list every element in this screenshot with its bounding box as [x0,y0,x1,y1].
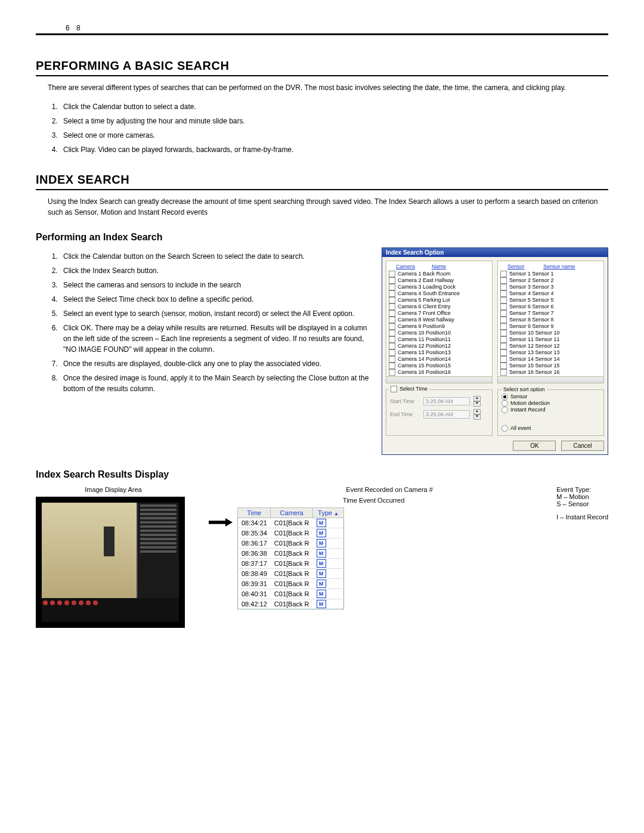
list-item[interactable]: Sensor 10 Sensor 10 [500,330,601,336]
list-item[interactable]: Sensor 7 Sensor 7 [500,310,601,317]
list-item[interactable]: Sensor 1 Sensor 1 [500,271,601,277]
list-item[interactable]: Camera 6 Client Entry [389,304,490,310]
checkbox[interactable] [389,323,395,330]
checkbox[interactable] [500,356,507,363]
table-row[interactable]: 08:37:17C01[Back RM [238,559,344,569]
steps-basic-search: Click the Calendar button to select a da… [60,101,608,155]
table-row[interactable]: 08:36:38C01[Back RM [238,549,344,559]
list-item[interactable]: Camera 14 Position14 [389,356,490,363]
checkbox[interactable] [389,349,395,356]
list-item[interactable]: Camera 16 Position16 [389,369,490,376]
table-row[interactable]: 08:39:31C01[Back RM [238,579,344,589]
radio-all-event[interactable] [501,425,508,432]
list-item[interactable]: Camera 1 Back Room [389,271,490,277]
start-time-field[interactable] [423,397,470,405]
list-item[interactable]: Camera 8 West hallway [389,317,490,323]
checkbox[interactable] [389,290,395,297]
list-item[interactable]: Camera 13 Position13 [389,349,490,356]
sensor-col-header[interactable]: Sensor [507,264,543,270]
end-time-field[interactable] [423,410,470,419]
start-time-spinner[interactable]: ▲▼ [473,396,481,407]
list-item[interactable]: Sensor 2 Sensor 2 [500,277,601,284]
checkbox[interactable] [389,310,395,317]
checkbox[interactable] [500,336,507,343]
list-item[interactable]: Camera 11 Position11 [389,336,490,343]
list-item[interactable]: Camera 2 East Hallway [389,277,490,284]
checkbox[interactable] [500,343,507,349]
radio-sensor[interactable] [501,394,508,400]
column-header[interactable]: Time [238,508,271,518]
checkbox[interactable] [389,356,395,363]
end-time-spinner[interactable]: ▲▼ [473,409,481,420]
checkbox[interactable] [500,310,507,317]
list-item[interactable]: Sensor 16 Sensor 16 [500,369,601,376]
checkbox[interactable] [500,330,507,336]
checkbox[interactable] [389,369,395,376]
checkbox[interactable] [389,343,395,349]
list-item[interactable]: Camera 9 Position9 [389,323,490,330]
camera-list-panel[interactable]: CameraName Camera 1 Back RoomCamera 2 Ea… [386,261,493,383]
column-header[interactable]: Type ▲ [313,508,344,518]
list-item[interactable]: Camera 7 Front Office [389,310,490,317]
scroll-left-icon[interactable]: ‹ [386,377,394,383]
checkbox[interactable] [500,297,507,304]
table-row[interactable]: 08:40:31C01[Back RM [238,589,344,599]
table-row[interactable]: 08:34:21C01[Back RM [238,518,344,528]
list-item[interactable]: Camera 4 South Entrance [389,290,490,297]
table-row[interactable]: 08:35:34C01[Back RM [238,528,344,538]
checkbox[interactable] [389,317,395,323]
checkbox[interactable] [500,317,507,323]
list-item[interactable]: Sensor 14 Sensor 14 [500,356,601,363]
cancel-button[interactable]: Cancel [561,441,604,451]
checkbox[interactable] [500,290,507,297]
checkbox[interactable] [500,363,507,369]
checkbox[interactable] [500,284,507,290]
list-item[interactable]: Camera 5 Parking Lot [389,297,490,304]
ok-button[interactable]: OK [513,441,556,451]
checkbox[interactable] [500,271,507,277]
sensor-list-panel[interactable]: SensorSensor name Sensor 1 Sensor 1Senso… [497,261,604,383]
table-row[interactable]: 08:42:12C01[Back RM [238,599,344,609]
checkbox[interactable] [389,277,395,284]
list-item[interactable]: Sensor 12 Sensor 12 [500,343,601,349]
select-time-checkbox[interactable] [391,386,397,392]
dialog-titlebar: Index Search Option [382,248,608,257]
list-item[interactable]: Sensor 5 Sensor 5 [500,297,601,304]
list-item[interactable]: Sensor 9 Sensor 9 [500,323,601,330]
sensor-name-col-header[interactable]: Sensor name [543,264,575,270]
checkbox[interactable] [500,277,507,284]
list-item[interactable]: Camera 12 Position12 [389,343,490,349]
list-item: Click Play. Video can be played forwards… [60,144,608,155]
name-col-header[interactable]: Name [432,264,446,270]
checkbox[interactable] [389,330,395,336]
list-item[interactable]: Camera 3 Loading Dock [389,284,490,290]
radio-motion[interactable] [501,400,508,407]
checkbox[interactable] [500,304,507,310]
list-item[interactable]: Camera 15 Position15 [389,363,490,369]
scroll-right-icon[interactable]: › [596,377,603,383]
list-item[interactable]: Sensor 6 Sensor 6 [500,304,601,310]
checkbox[interactable] [500,349,507,356]
checkbox[interactable] [389,363,395,369]
checkbox[interactable] [389,304,395,310]
list-item[interactable]: Sensor 4 Sensor 4 [500,290,601,297]
table-row[interactable]: 08:38:49C01[Back RM [238,569,344,579]
list-item[interactable]: Camera 10 Position10 [389,330,490,336]
list-item[interactable]: Sensor 11 Sensor 11 [500,336,601,343]
scroll-left-icon[interactable]: ‹ [498,377,505,383]
list-item[interactable]: Sensor 3 Sensor 3 [500,284,601,290]
checkbox[interactable] [500,369,507,376]
checkbox[interactable] [500,323,507,330]
radio-instant[interactable] [501,407,508,413]
camera-col-header[interactable]: Camera [396,264,432,270]
list-item[interactable]: Sensor 15 Sensor 15 [500,363,601,369]
checkbox[interactable] [389,336,395,343]
column-header[interactable]: Camera [271,508,313,518]
checkbox[interactable] [389,271,395,277]
checkbox[interactable] [389,284,395,290]
list-item[interactable]: Sensor 8 Sensor 8 [500,317,601,323]
table-row[interactable]: 08:36:17C01[Back RM [238,538,344,549]
checkbox[interactable] [389,297,395,304]
list-item[interactable]: Sensor 13 Sensor 13 [500,349,601,356]
scroll-right-icon[interactable]: › [485,377,492,383]
